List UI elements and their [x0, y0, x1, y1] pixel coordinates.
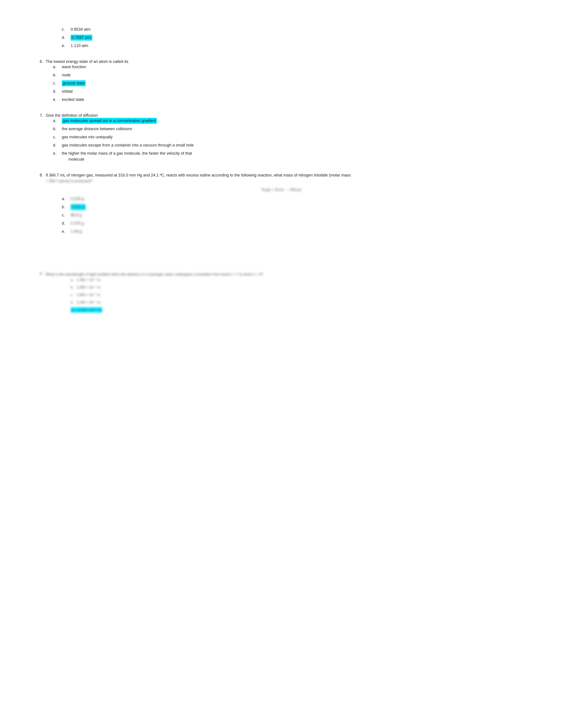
option-label: e.: [62, 229, 71, 235]
option-e-prev: e. 1.110 atm: [62, 43, 523, 49]
q9-option-c: c. 1.005 × 10⁻⁷ m: [62, 292, 523, 298]
option-text: the average distance between collisions: [62, 126, 132, 132]
prev-question-options: c. 0.8534 atm d. 0.7697 atm e. 1.110 atm: [40, 26, 523, 49]
question-7-row: 7. Give the definition of diffusion: [40, 113, 523, 118]
option-text: the higher the molar mass of a gas molec…: [62, 150, 192, 162]
question-7-text: Give the definition of diffusion: [46, 113, 98, 118]
question-8-text-block: If 366.7 mL of nitrogen gas, measured at…: [46, 173, 351, 183]
option-text: gas molecules mix unequally: [62, 134, 113, 140]
q6-option-e: e. excited state: [53, 97, 523, 103]
question-6: 6. The lowest energy state of an atom is…: [40, 59, 523, 103]
option-label: e.: [53, 97, 62, 103]
q8-option-a: a. 0.226 g: [62, 196, 523, 202]
option-text: gas molecules escape from a container in…: [62, 142, 194, 148]
option-text: 1.110 atm: [71, 43, 88, 49]
q7-option-c: c. gas molecules mix unequally: [53, 134, 523, 140]
question-7-number: 7.: [40, 113, 43, 118]
option-label: e.: [62, 43, 71, 49]
q7-option-b: b. the average distance between collisio…: [53, 126, 523, 132]
option-label: c.: [53, 80, 62, 86]
option-label: c.: [62, 212, 71, 218]
option-label: d.: [62, 35, 71, 41]
q9-option-d: d. 2.165 × 10⁻⁷ m: [62, 300, 523, 305]
q6-option-b: b. node: [53, 72, 523, 78]
question-8-options: a. 0.226 g b. 0.451 g c. 88.9 g d. 0.375…: [40, 196, 523, 235]
q9-option-e: e. 2.165 × 10⁻⁷ m: [62, 307, 523, 313]
question-6-options: a. wave function b. node c. ground state…: [40, 64, 523, 103]
q7-option-a: a. gas molecules spread out in a concent…: [53, 118, 523, 124]
option-text-highlighted: gas molecules spread out in a concentrat…: [62, 118, 157, 124]
q6-option-d: d. orbital: [53, 88, 523, 94]
option-text: 0.226 g: [71, 196, 84, 202]
question-9-number: 9.: [40, 272, 43, 276]
option-d-prev: d. 0.7697 atm: [62, 35, 523, 41]
q8-option-d: d. 0.375 g: [62, 220, 523, 226]
question-8-blurred-formula: = 394.7 g/mol) is produced?: [46, 179, 351, 183]
option-text: a. 1.465 × 10⁻⁷ m: [71, 277, 100, 283]
q9-option-a: a. 1.465 × 10⁻⁷ m: [62, 277, 523, 283]
option-text: excited state: [62, 97, 84, 103]
question-8-reaction: N₂(g) + 3I₂(s) → 2NI₃(s): [40, 187, 523, 192]
q8-option-b: b. 0.451 g: [62, 204, 523, 210]
question-6-number: 6.: [40, 59, 43, 64]
q7-option-e: e. the higher the molar mass of a gas mo…: [53, 150, 523, 162]
option-label: d.: [53, 88, 62, 94]
option-text-highlighted: 0.7697 atm: [71, 35, 92, 41]
q6-option-a: a. wave function: [53, 64, 523, 70]
option-text: 88.9 g: [71, 212, 82, 218]
option-c-prev: c. 0.8534 atm: [62, 26, 523, 32]
option-text-highlighted: 0.451 g: [71, 204, 86, 210]
question-9-options: a. 1.465 × 10⁻⁷ m b. 1.005 × 10⁻⁷ m c. 1…: [40, 277, 523, 313]
question-7: 7. Give the definition of diffusion a. g…: [40, 113, 523, 162]
option-label: a.: [62, 196, 71, 202]
question-8: 8. If 366.7 mL of nitrogen gas, measured…: [40, 173, 523, 235]
option-text-highlighted: e. 2.165 × 10⁻⁷ m: [71, 307, 102, 313]
q6-option-c: c. ground state: [53, 80, 523, 86]
option-label: a.: [53, 64, 62, 70]
question-7-options: a. gas molecules spread out in a concent…: [40, 118, 523, 162]
option-label: b.: [62, 204, 71, 210]
option-text: d. 2.165 × 10⁻⁷ m: [71, 300, 100, 305]
option-text: node: [62, 72, 71, 78]
option-text: wave function: [62, 64, 86, 70]
option-label: a.: [53, 118, 62, 124]
option-text: c. 1.005 × 10⁻⁷ m: [71, 292, 100, 298]
option-text: orbital: [62, 88, 73, 94]
option-text: 1.09 g: [71, 229, 82, 235]
q7-option-d: d. gas molecules escape from a container…: [53, 142, 523, 148]
option-label: b.: [53, 126, 62, 132]
q8-option-e: e. 1.09 g: [62, 229, 523, 235]
option-text: 0.8534 atm: [71, 26, 90, 32]
option-text: 0.375 g: [71, 220, 84, 226]
option-label: c.: [53, 134, 62, 140]
q9-option-b: b. 1.005 × 10⁻⁷ m: [62, 285, 523, 290]
question-9-row: 9. What is the wavelength of light emitt…: [40, 272, 523, 277]
option-label: b.: [53, 72, 62, 78]
question-8-number: 8.: [40, 173, 43, 178]
question-9-text: What is the wavelength of light emitted …: [45, 272, 263, 277]
reaction-formula: N₂(g) + 3I₂(s) → 2NI₃(s): [261, 187, 302, 192]
question-8-row: 8. If 366.7 mL of nitrogen gas, measured…: [40, 173, 523, 183]
spacer: [40, 245, 523, 272]
question-9: 9. What is the wavelength of light emitt…: [40, 272, 523, 313]
question-6-text: The lowest energy state of an atom is ca…: [46, 59, 128, 64]
q8-option-c: c. 88.9 g: [62, 212, 523, 218]
option-label: e.: [53, 150, 62, 156]
option-text: b. 1.005 × 10⁻⁷ m: [71, 285, 100, 290]
question-6-row: 6. The lowest energy state of an atom is…: [40, 59, 523, 64]
option-text-highlighted: ground state: [62, 80, 86, 86]
option-label: d.: [62, 220, 71, 226]
option-label: c.: [62, 26, 71, 32]
question-8-text: If 366.7 mL of nitrogen gas, measured at…: [46, 173, 351, 178]
option-label: d.: [53, 142, 62, 148]
